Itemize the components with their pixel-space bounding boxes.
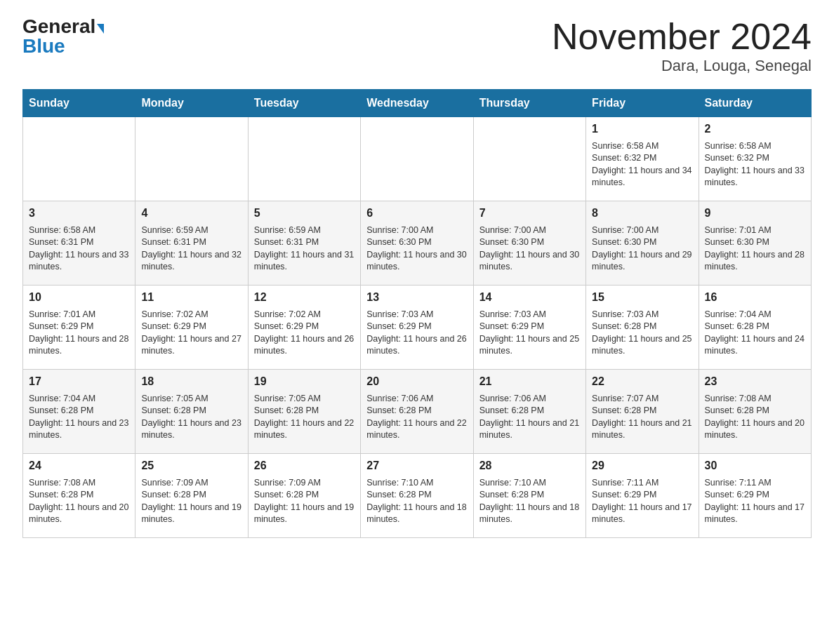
col-wednesday: Wednesday (361, 90, 473, 117)
sun-info: Sunrise: 7:05 AMSunset: 6:28 PMDaylight:… (254, 393, 355, 442)
day-number: 26 (254, 458, 355, 474)
col-sunday: Sunday (23, 90, 135, 117)
day-number: 19 (254, 374, 355, 389)
day-number: 1 (592, 121, 692, 137)
calendar-day-cell: 10Sunrise: 7:01 AMSunset: 6:29 PMDayligh… (23, 286, 135, 370)
sun-info: Sunrise: 7:04 AMSunset: 6:28 PMDaylight:… (29, 393, 129, 442)
sun-info: Sunrise: 7:03 AMSunset: 6:28 PMDaylight:… (592, 309, 692, 358)
calendar-day-cell: 22Sunrise: 7:07 AMSunset: 6:28 PMDayligh… (586, 370, 699, 454)
sun-info: Sunrise: 7:06 AMSunset: 6:28 PMDaylight:… (366, 393, 467, 442)
day-number: 11 (141, 290, 241, 305)
day-number: 27 (366, 458, 467, 474)
calendar-day-cell: 3Sunrise: 6:58 AMSunset: 6:31 PMDaylight… (23, 201, 135, 286)
day-number: 23 (705, 374, 805, 389)
calendar-day-cell: 23Sunrise: 7:08 AMSunset: 6:28 PMDayligh… (699, 370, 811, 454)
sun-info: Sunrise: 6:59 AMSunset: 6:31 PMDaylight:… (141, 224, 241, 274)
logo-blue-text: Blue (22, 36, 65, 56)
calendar-day-cell: 13Sunrise: 7:03 AMSunset: 6:29 PMDayligh… (361, 286, 473, 370)
day-number: 3 (29, 206, 129, 221)
calendar-week-row: 24Sunrise: 7:08 AMSunset: 6:28 PMDayligh… (23, 454, 812, 538)
sun-info: Sunrise: 7:09 AMSunset: 6:28 PMDaylight:… (141, 477, 241, 526)
calendar-day-cell (23, 117, 135, 201)
calendar-day-cell: 25Sunrise: 7:09 AMSunset: 6:28 PMDayligh… (135, 454, 248, 538)
day-number: 20 (366, 374, 467, 389)
calendar-day-cell: 8Sunrise: 7:00 AMSunset: 6:30 PMDaylight… (586, 201, 699, 286)
calendar-day-cell: 30Sunrise: 7:11 AMSunset: 6:29 PMDayligh… (699, 454, 811, 538)
calendar-day-cell: 28Sunrise: 7:10 AMSunset: 6:28 PMDayligh… (473, 454, 585, 538)
calendar-day-cell: 24Sunrise: 7:08 AMSunset: 6:28 PMDayligh… (23, 454, 135, 538)
calendar-day-cell (473, 117, 585, 201)
calendar-day-cell: 5Sunrise: 6:59 AMSunset: 6:31 PMDaylight… (248, 201, 360, 286)
day-number: 25 (141, 458, 241, 474)
sun-info: Sunrise: 7:00 AMSunset: 6:30 PMDaylight:… (592, 224, 692, 274)
calendar-day-cell: 27Sunrise: 7:10 AMSunset: 6:28 PMDayligh… (361, 454, 473, 538)
day-number: 24 (29, 458, 129, 474)
day-number: 29 (592, 458, 692, 474)
day-number: 28 (479, 458, 580, 474)
logo: General Blue (22, 17, 104, 56)
day-number: 4 (141, 206, 241, 221)
col-saturday: Saturday (699, 90, 811, 117)
day-number: 13 (366, 290, 467, 305)
logo-general-line: General (22, 17, 104, 36)
calendar-day-cell: 11Sunrise: 7:02 AMSunset: 6:29 PMDayligh… (135, 286, 248, 370)
sun-info: Sunrise: 7:07 AMSunset: 6:28 PMDaylight:… (592, 393, 692, 442)
sun-info: Sunrise: 7:01 AMSunset: 6:29 PMDaylight:… (29, 309, 129, 358)
day-number: 18 (141, 374, 241, 389)
calendar-day-cell: 1Sunrise: 6:58 AMSunset: 6:32 PMDaylight… (586, 117, 699, 201)
sun-info: Sunrise: 6:58 AMSunset: 6:31 PMDaylight:… (29, 224, 129, 274)
sun-info: Sunrise: 7:01 AMSunset: 6:30 PMDaylight:… (705, 224, 805, 274)
calendar-day-cell (361, 117, 473, 201)
calendar-subtitle: Dara, Louga, Senegal (552, 57, 812, 75)
calendar-day-cell: 26Sunrise: 7:09 AMSunset: 6:28 PMDayligh… (248, 454, 360, 538)
day-number: 22 (592, 374, 692, 389)
page-header: General Blue November 2024 Dara, Louga, … (22, 17, 812, 75)
sun-info: Sunrise: 7:11 AMSunset: 6:29 PMDaylight:… (705, 477, 805, 526)
col-tuesday: Tuesday (248, 90, 360, 117)
calendar-day-cell: 29Sunrise: 7:11 AMSunset: 6:29 PMDayligh… (586, 454, 699, 538)
sun-info: Sunrise: 7:03 AMSunset: 6:29 PMDaylight:… (366, 309, 467, 358)
calendar-week-row: 17Sunrise: 7:04 AMSunset: 6:28 PMDayligh… (23, 370, 812, 454)
day-number: 14 (479, 290, 580, 305)
calendar-day-cell: 15Sunrise: 7:03 AMSunset: 6:28 PMDayligh… (586, 286, 699, 370)
sun-info: Sunrise: 7:09 AMSunset: 6:28 PMDaylight:… (254, 477, 355, 526)
sun-info: Sunrise: 6:59 AMSunset: 6:31 PMDaylight:… (254, 224, 355, 274)
sun-info: Sunrise: 7:02 AMSunset: 6:29 PMDaylight:… (141, 309, 241, 358)
calendar-day-cell: 14Sunrise: 7:03 AMSunset: 6:29 PMDayligh… (473, 286, 585, 370)
logo-general-text: General (22, 15, 95, 37)
sun-info: Sunrise: 7:02 AMSunset: 6:29 PMDaylight:… (254, 309, 355, 358)
calendar-day-cell: 2Sunrise: 6:58 AMSunset: 6:32 PMDaylight… (699, 117, 811, 201)
calendar-week-row: 1Sunrise: 6:58 AMSunset: 6:32 PMDaylight… (23, 117, 812, 201)
day-number: 7 (479, 206, 580, 221)
sun-info: Sunrise: 7:06 AMSunset: 6:28 PMDaylight:… (479, 393, 580, 442)
calendar-day-cell: 6Sunrise: 7:00 AMSunset: 6:30 PMDaylight… (361, 201, 473, 286)
title-block: November 2024 Dara, Louga, Senegal (552, 17, 812, 75)
calendar-day-cell: 4Sunrise: 6:59 AMSunset: 6:31 PMDaylight… (135, 201, 248, 286)
calendar-day-cell (248, 117, 360, 201)
day-number: 10 (29, 290, 129, 305)
calendar-title: November 2024 (552, 17, 812, 57)
day-number: 6 (366, 206, 467, 221)
calendar-day-cell: 19Sunrise: 7:05 AMSunset: 6:28 PMDayligh… (248, 370, 360, 454)
day-number: 16 (705, 290, 805, 305)
calendar-day-cell: 7Sunrise: 7:00 AMSunset: 6:30 PMDaylight… (473, 201, 585, 286)
day-number: 12 (254, 290, 355, 305)
day-number: 21 (479, 374, 580, 389)
day-number: 15 (592, 290, 692, 305)
calendar-day-cell: 21Sunrise: 7:06 AMSunset: 6:28 PMDayligh… (473, 370, 585, 454)
sun-info: Sunrise: 6:58 AMSunset: 6:32 PMDaylight:… (592, 140, 692, 189)
calendar-day-cell: 9Sunrise: 7:01 AMSunset: 6:30 PMDaylight… (699, 201, 811, 286)
day-number: 9 (705, 206, 805, 221)
sun-info: Sunrise: 7:00 AMSunset: 6:30 PMDaylight:… (479, 224, 580, 274)
sun-info: Sunrise: 7:05 AMSunset: 6:28 PMDaylight:… (141, 393, 241, 442)
col-thursday: Thursday (473, 90, 585, 117)
sun-info: Sunrise: 7:11 AMSunset: 6:29 PMDaylight:… (592, 477, 692, 526)
day-number: 17 (29, 374, 129, 389)
sun-info: Sunrise: 7:08 AMSunset: 6:28 PMDaylight:… (29, 477, 129, 526)
sun-info: Sunrise: 7:08 AMSunset: 6:28 PMDaylight:… (705, 393, 805, 442)
calendar-day-cell: 12Sunrise: 7:02 AMSunset: 6:29 PMDayligh… (248, 286, 360, 370)
calendar-day-cell: 16Sunrise: 7:04 AMSunset: 6:28 PMDayligh… (699, 286, 811, 370)
sun-info: Sunrise: 7:00 AMSunset: 6:30 PMDaylight:… (366, 224, 467, 274)
calendar-day-cell: 17Sunrise: 7:04 AMSunset: 6:28 PMDayligh… (23, 370, 135, 454)
sun-info: Sunrise: 7:03 AMSunset: 6:29 PMDaylight:… (479, 309, 580, 358)
